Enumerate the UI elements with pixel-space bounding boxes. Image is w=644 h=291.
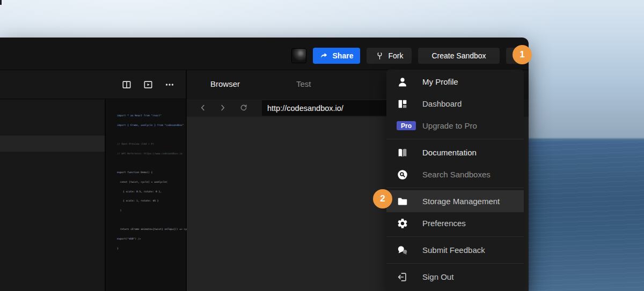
- code-line: return <Frame animate={twist} onTap={() …: [117, 228, 196, 231]
- menu-item-label: Search Sandboxes: [422, 170, 491, 179]
- code-line: import * as React from "react": [117, 114, 196, 117]
- code-line: // Open Preview (Cmd + P): [117, 143, 196, 146]
- code-line: // API Reference: https://www.codesandbo…: [117, 152, 196, 155]
- more-options-icon[interactable]: [164, 79, 175, 90]
- screenshot-stage: { "header": { "breadcrumb_prefix": "es",…: [0, 0, 644, 291]
- menu-item-label: Preferences: [422, 219, 466, 228]
- code-editor-pane[interactable]: import * as React from "react" import { …: [106, 100, 186, 291]
- folder-icon: [397, 196, 415, 207]
- sign-out-icon: [397, 271, 415, 283]
- menu-divider: [386, 236, 524, 237]
- menu-item-documentation[interactable]: Documentation: [386, 141, 524, 163]
- menu-item-submit-feedback[interactable]: Submit Feedback: [386, 239, 524, 261]
- annotation-badge-2: 2: [373, 189, 392, 208]
- preview-icon[interactable]: [143, 79, 153, 90]
- code-line: const [twist, cycle] = useCycle(: [117, 181, 196, 184]
- create-sandbox-button[interactable]: Create Sandbox: [418, 48, 500, 64]
- fork-button-label: Fork: [389, 51, 404, 60]
- menu-item-label: Sign Out: [422, 272, 453, 281]
- code-block: import * as React from "react" import { …: [117, 108, 196, 257]
- screen-edge-artifact: [0, 0, 2, 5]
- menu-item-label: Documentation: [422, 148, 477, 157]
- annotation-badge-1: 1: [513, 45, 532, 64]
- menu-item-upgrade-to-pro[interactable]: Pro Upgrade to Pro: [386, 115, 524, 137]
- code-line: ): [117, 209, 196, 212]
- book-icon: [397, 147, 415, 159]
- menu-item-dashboard[interactable]: Dashboard: [386, 93, 524, 115]
- menu-item-label: Dashboard: [422, 99, 462, 108]
- share-button-label: Share: [333, 51, 354, 60]
- code-line: { scale: 0.5, rotate: 0 },: [117, 190, 196, 193]
- gear-icon: [397, 218, 415, 229]
- menu-item-storage-management[interactable]: Storage Management: [386, 190, 524, 212]
- menu-divider: [386, 263, 524, 264]
- pro-badge: Pro: [397, 121, 415, 130]
- dashboard-icon: [397, 98, 415, 110]
- menu-item-label: Submit Feedback: [422, 245, 485, 255]
- forward-icon[interactable]: [218, 103, 228, 113]
- share-button[interactable]: Share: [313, 48, 360, 64]
- code-line: export("450") />: [117, 237, 196, 241]
- menu-divider: [386, 188, 524, 188]
- code-line: [117, 219, 196, 222]
- menu-item-preferences[interactable]: Preferences: [386, 212, 524, 234]
- share-icon: [320, 51, 328, 60]
- user-icon: [397, 76, 415, 88]
- menu-item-label: My Profile: [422, 77, 458, 86]
- file-explorer-panel: op"));: [0, 100, 105, 291]
- menu-divider: [386, 139, 524, 139]
- create-sandbox-label: Create Sandbox: [431, 51, 486, 60]
- menu-item-my-profile[interactable]: My Profile: [386, 71, 524, 93]
- code-line: import { Frame, useCycle } from "codesan…: [117, 124, 196, 127]
- fork-icon: [375, 51, 384, 61]
- selected-file-row[interactable]: [0, 136, 105, 152]
- code-line: }: [117, 247, 196, 250]
- code-line: [117, 133, 196, 136]
- menu-item-label: Upgrade to Pro: [422, 121, 477, 130]
- code-line: [117, 161, 196, 165]
- split-view-icon[interactable]: [121, 79, 132, 90]
- user-dropdown-menu: My Profile Dashboard Pro Upgrade to Pro …: [386, 70, 524, 291]
- refresh-icon[interactable]: [239, 103, 248, 113]
- code-line: export function Demo() {: [117, 171, 196, 174]
- search-icon: [397, 169, 415, 181]
- user-avatar[interactable]: [291, 48, 306, 63]
- menu-item-search-sandboxes[interactable]: Search Sandboxes: [386, 163, 524, 185]
- menu-item-label: Storage Management: [422, 197, 500, 206]
- back-icon[interactable]: [198, 103, 208, 113]
- feedback-icon: [397, 244, 415, 256]
- fork-button[interactable]: Fork: [367, 48, 412, 64]
- menu-item-sign-out[interactable]: Sign Out: [386, 266, 524, 288]
- tab-test[interactable]: Test: [296, 79, 311, 88]
- code-line: { scale: 1, rotate: 45 }: [117, 199, 196, 203]
- tab-browser[interactable]: Browser: [210, 79, 240, 88]
